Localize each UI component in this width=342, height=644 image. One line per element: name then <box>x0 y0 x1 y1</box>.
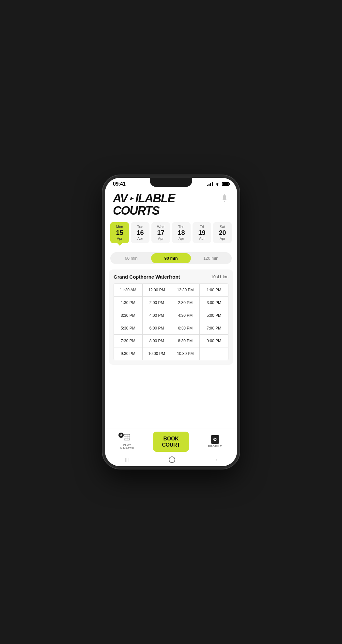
home-button[interactable] <box>169 456 175 463</box>
profile-icon: ⚙ <box>211 435 219 444</box>
nav-play-match[interactable]: 0 PLAY& MATCH <box>105 433 149 451</box>
multitask-icon[interactable]: ||| <box>125 457 129 462</box>
time-slot-10[interactable]: 4:30 PM <box>171 309 200 322</box>
time-slot-1[interactable]: 12:00 PM <box>143 284 171 296</box>
date-month-1: Apr <box>137 237 143 240</box>
profile-label: PROFILE <box>208 445 222 448</box>
time-slot-8[interactable]: 3:30 PM <box>114 309 142 322</box>
phone-frame: 09:41 AVAILABLE COURTS <box>102 175 240 469</box>
play-match-icon <box>123 433 131 441</box>
date-item-fri[interactable]: Fri 19 Apr <box>193 222 211 243</box>
date-month-4: Apr <box>199 237 205 240</box>
time-slot-19[interactable]: 9:00 PM <box>200 335 228 347</box>
day-name-1: Tue <box>137 225 143 229</box>
svg-rect-1 <box>124 434 130 440</box>
time-slot-13[interactable]: 6:00 PM <box>143 322 171 334</box>
duration-60[interactable]: 60 min <box>111 253 151 263</box>
back-icon[interactable]: ‹ <box>215 457 217 462</box>
date-item-wed[interactable]: Wed 17 Apr <box>151 222 170 243</box>
date-number-0: 15 <box>116 229 123 237</box>
time-slot-20[interactable]: 9:30 PM <box>114 347 142 360</box>
time-slot-4[interactable]: 1:30 PM <box>114 297 142 309</box>
date-item-mon[interactable]: Mon 15 Apr <box>110 222 129 243</box>
time-slot-11[interactable]: 5:00 PM <box>200 309 228 322</box>
signal-icon <box>207 182 213 186</box>
date-item-sat[interactable]: Sat 20 Apr <box>213 222 232 243</box>
time-slot-22[interactable]: 10:30 PM <box>171 347 200 360</box>
time-slot-3[interactable]: 1:00 PM <box>200 284 228 296</box>
time-slot-6[interactable]: 2:30 PM <box>171 297 200 309</box>
bell-icon[interactable] <box>220 193 229 203</box>
app-content: AVAILABLE COURTS Mon 15 Apr Tue 16 Apr <box>105 189 237 466</box>
nav-profile[interactable]: ⚙ PROFILE <box>193 435 237 448</box>
play-match-label: PLAY& MATCH <box>120 443 134 451</box>
time-slot-21[interactable]: 10:00 PM <box>143 347 171 360</box>
day-name-2: Wed <box>157 225 164 229</box>
time-slot-18[interactable]: 8:30 PM <box>171 335 200 347</box>
date-month-2: Apr <box>158 237 163 240</box>
home-indicator: ||| ‹ <box>105 454 237 466</box>
page-title: AVAILABLE COURTS <box>113 192 175 217</box>
date-month-5: Apr <box>220 237 225 240</box>
nav-book-court[interactable]: BOOKCOURT <box>149 432 193 452</box>
day-name-3: Thu <box>178 225 184 229</box>
time-slot-12[interactable]: 5:30 PM <box>114 322 142 334</box>
time-slot-empty <box>200 347 228 360</box>
time-slot-9[interactable]: 4:00 PM <box>143 309 171 322</box>
time-slot-15[interactable]: 7:00 PM <box>200 322 228 334</box>
date-item-tue[interactable]: Tue 16 Apr <box>131 222 149 243</box>
date-number-5: 20 <box>219 229 226 237</box>
date-selector: Mon 15 Apr Tue 16 Apr Wed 17 Apr Thu 18 … <box>105 219 237 246</box>
court-name: Grand Copthorne Waterfront <box>114 274 180 280</box>
court-card-0: Grand Copthorne Waterfront 10.41 km 11:3… <box>109 269 233 365</box>
time-slot-17[interactable]: 8:00 PM <box>143 335 171 347</box>
date-month-3: Apr <box>179 237 184 240</box>
date-number-2: 17 <box>157 229 164 237</box>
duration-90[interactable]: 90 min <box>151 253 191 263</box>
svg-point-0 <box>224 201 225 202</box>
status-icons <box>207 182 229 186</box>
status-time: 09:41 <box>113 181 125 187</box>
day-name-0: Mon <box>116 225 123 229</box>
date-month-0: Apr <box>117 237 122 240</box>
date-item-thu[interactable]: Thu 18 Apr <box>172 222 191 243</box>
day-name-5: Sat <box>220 225 225 229</box>
court-card-header: Grand Copthorne Waterfront 10.41 km <box>114 274 228 280</box>
date-number-3: 18 <box>178 229 185 237</box>
book-court-label: BOOKCOURT <box>162 436 180 448</box>
wifi-icon <box>215 182 220 186</box>
duration-120[interactable]: 120 min <box>191 253 231 263</box>
book-court-button[interactable]: BOOKCOURT <box>153 432 189 452</box>
duration-selector: 60 min 90 min 120 min <box>110 252 232 264</box>
day-name-4: Fri <box>200 225 204 229</box>
court-distance: 10.41 km <box>211 274 228 279</box>
battery-icon <box>222 182 229 186</box>
date-number-4: 19 <box>198 229 205 237</box>
date-number-1: 16 <box>136 229 144 237</box>
time-slot-2[interactable]: 12:30 PM <box>171 284 200 296</box>
time-slot-14[interactable]: 6:30 PM <box>171 322 200 334</box>
notch <box>150 178 192 187</box>
bottom-nav: 0 PLAY& MATCH BOOKCOURT ⚙ PROFILE <box>105 428 237 454</box>
courts-list: Grand Copthorne Waterfront 10.41 km 11:3… <box>105 268 237 428</box>
time-slot-16[interactable]: 7:30 PM <box>114 335 142 347</box>
time-slot-7[interactable]: 3:00 PM <box>200 297 228 309</box>
time-slot-0[interactable]: 11:30 AM <box>114 284 142 296</box>
play-match-badge: 0 <box>118 433 124 438</box>
time-slot-5[interactable]: 2:00 PM <box>143 297 171 309</box>
time-grid: 11:30 AM 12:00 PM 12:30 PM 1:00 PM 1:30 … <box>114 284 228 360</box>
header: AVAILABLE COURTS <box>105 189 237 219</box>
